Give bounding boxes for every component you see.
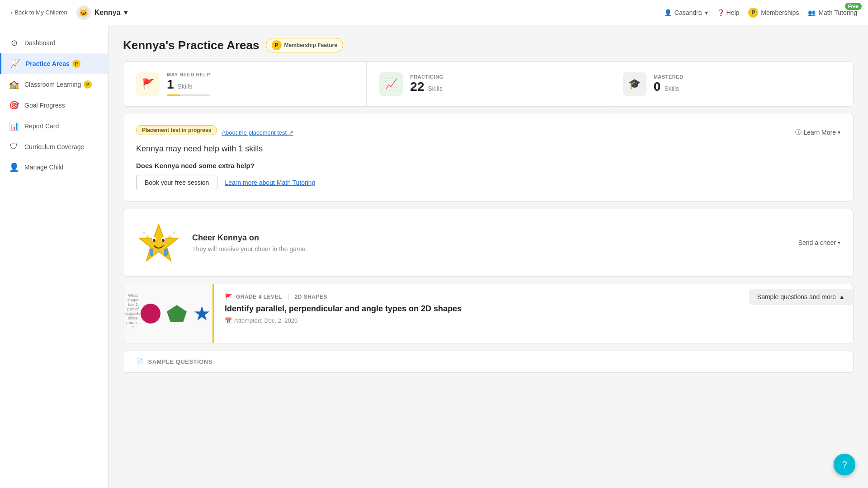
manage-child-label: Manage Child [24,164,63,171]
sidebar-item-dashboard[interactable]: ⊙ Dashboard [0,33,108,53]
sidebar-item-goal-progress[interactable]: 🎯 Goal Progress [0,95,108,116]
report-card-label: Report Card [24,122,59,130]
cheer-star-image [136,220,181,265]
svg-rect-5 [150,249,153,256]
child-dropdown-icon: ▾ [124,8,127,17]
sample-btn-chevron-icon: ▲ [839,293,845,300]
svg-point-4 [162,239,165,242]
svg-marker-7 [145,235,150,238]
shape-row: ★ [141,304,211,324]
extra-help-label: Does Kennya need some extra help? [136,162,840,169]
svg-marker-9 [142,231,146,234]
cheer-title: Cheer Kennya on [192,233,798,243]
may-need-help-value: 1 [167,77,174,91]
mastered-value-row: 0 Skills [654,80,684,94]
memberships-nav-button[interactable]: P Memberships [748,8,799,18]
child-selector[interactable]: 🐱 Kennya ▾ [76,5,128,20]
sample-questions-doc-icon: 📄 [136,358,144,365]
p-membership-icon: P [748,8,758,18]
stat-practicing: 📈 PRACTICING 22 Skills [367,62,610,106]
manage-child-icon: 👤 [9,162,19,172]
back-chevron-icon: ‹ [11,9,13,16]
svg-point-3 [153,239,156,242]
cheer-text: Cheer Kennya on They will receive your c… [192,233,798,253]
math-tutoring-nav-button[interactable]: 👥 Math Tutoring Free [808,9,857,16]
practicing-chart-icon: 📈 [385,78,397,90]
practicing-label: PRACTICING [410,74,443,80]
skill-grade: GRADE 4 LEVEL [236,294,282,300]
sidebar-item-manage-child[interactable]: 👤 Manage Child [0,157,108,178]
learn-more-math-link[interactable]: Learn more about Math Tutoring [225,179,315,186]
sidebar-item-curriculum-coverage[interactable]: 🛡 Curriculum Coverage [0,136,108,157]
sample-questions-button[interactable]: Sample questions and more ▲ [749,289,853,305]
extra-help-row: Does Kennya need some extra help? Book y… [136,162,840,190]
help-nav-button[interactable]: ❓ Help [717,9,740,16]
back-to-children-link[interactable]: ‹ Back to My Children [11,9,67,16]
classroom-learning-label-wrap: Classroom Learning P [24,80,92,89]
memberships-label: Memberships [761,9,799,16]
free-badge: Free [845,3,862,10]
nav-left: ‹ Back to My Children 🐱 Kennya ▾ [11,5,127,20]
stat-may-need-help-text: MAY NEED HELP 1 Skills [167,72,210,96]
learn-more-button[interactable]: ⓘ Learn More ▾ [795,128,840,136]
learn-more-chevron-icon: ▾ [838,129,840,136]
skill-title: Identify parallel, perpendicular and ang… [225,304,738,314]
help-question-icon: ? [842,460,847,470]
mastered-unit: Skills [664,85,679,92]
book-session-button[interactable]: Book your free session [136,175,217,190]
membership-feature-badge: P Membership Feature [266,38,343,52]
about-placement-link[interactable]: About the placement test ↗ [222,129,293,136]
classroom-learning-badge: P [84,80,92,89]
sidebar-item-report-card[interactable]: 📊 Report Card [0,116,108,136]
user-menu[interactable]: 👤 Casandra ▾ [664,9,708,16]
may-need-help-unit: Skills [177,83,192,90]
child-name: Kennya [94,9,121,17]
skill-level-row: 🚩 GRADE 4 LEVEL | 2D SHAPES [225,293,738,300]
stat-mastered-text: MASTERED 0 Skills [654,74,684,94]
placement-section: Placement test in progress About the pla… [123,114,854,202]
svg-marker-0 [139,225,178,261]
user-name: Casandra [675,9,702,16]
goal-progress-icon: 🎯 [9,100,19,110]
practice-areas-icon: 📈 [10,59,20,69]
skill-category: 2D SHAPES [295,294,328,300]
may-need-help-progress-fill [167,94,180,96]
star-character-svg [138,222,179,263]
circle-shape [141,304,160,324]
stat-may-need-help: 🚩 MAY NEED HELP 1 Skills [123,62,367,106]
info-icon: ⓘ [795,128,802,136]
dashboard-label: Dashboard [24,39,56,47]
sample-questions-text: SAMPLE QUESTIONS [148,358,212,365]
practice-areas-label-wrap: Practice Areas P [26,60,80,68]
skill-content: 🚩 GRADE 4 LEVEL | 2D SHAPES Identify par… [214,284,749,343]
send-cheer-button[interactable]: Send a cheer ▾ [798,239,840,246]
mastered-icon-box: 🎓 [623,72,646,96]
help-circle-button[interactable]: ? [834,454,855,475]
practicing-value-row: 22 Skills [410,80,443,94]
sample-questions-area: Sample questions and more ▲ [749,284,853,343]
practice-areas-badge: P [72,60,80,68]
membership-feature-label: Membership Feature [284,42,337,48]
skill-separator: | [288,293,289,300]
sidebar-item-practice-areas[interactable]: 📈 Practice Areas P [0,53,108,74]
child-avatar: 🐱 [76,5,91,20]
svg-marker-10 [172,231,175,234]
mastered-value: 0 [654,80,661,94]
star-shape: ★ [193,304,211,324]
skill-question-text: What shape has 1 pair of opposite sides … [125,293,141,329]
grade-flag-icon: 🚩 [225,293,232,300]
sample-questions-label-bar: 📄 SAMPLE QUESTIONS [123,351,854,373]
report-card-icon: 📊 [9,121,19,131]
user-icon: 👤 [664,9,672,16]
calendar-icon: 📅 [225,317,232,324]
math-tutoring-label: Math Tutoring [818,9,857,16]
help-description: Kennya may need help with 1 skills [136,144,840,154]
skill-attempted: 📅 Attempted: Dec. 2, 2020 [225,317,738,324]
send-cheer-chevron-icon: ▾ [838,239,840,246]
sidebar-item-classroom-learning[interactable]: 🏫 Classroom Learning P [0,74,108,95]
practicing-value: 22 [410,80,424,94]
practicing-unit: Skills [428,85,443,92]
goal-progress-label: Goal Progress [24,102,65,109]
svg-rect-6 [164,249,168,256]
layout: ⊙ Dashboard 📈 Practice Areas P 🏫 Classro… [0,25,868,488]
